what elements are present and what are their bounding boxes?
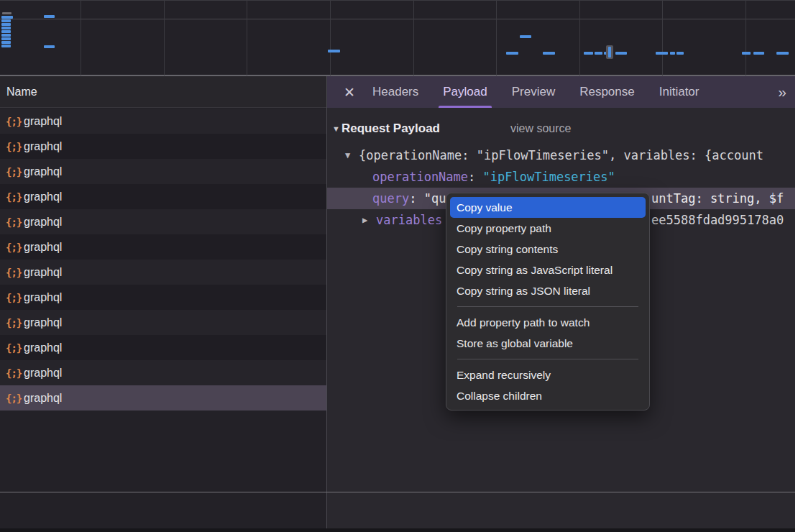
request-row[interactable]: {;}graphql: [0, 159, 326, 184]
footer-divider: [0, 492, 795, 492]
window-bottom-edge: [0, 528, 795, 532]
name-column-label: Name: [6, 86, 37, 98]
key-separator: :: [468, 170, 482, 184]
waterfall-bar: [543, 52, 555, 55]
waterfall-bar: [44, 15, 55, 18]
waterfall-bar: [1, 41, 11, 44]
waterfall-bar: [1, 23, 11, 26]
property-value-continuation: ee5588fdad995178a0: [651, 209, 784, 231]
menu-item-collapse-children[interactable]: Collapse children: [446, 385, 649, 406]
overview-vertical-gridline: [746, 1, 746, 75]
waterfall-bar: [506, 52, 518, 55]
json-braces-icon: {;}: [6, 216, 22, 228]
tab-headers[interactable]: Headers: [368, 76, 423, 108]
waterfall-bar: [742, 52, 751, 55]
context-menu: Copy valueCopy property pathCopy string …: [446, 193, 650, 411]
property-value-continuation: untTag: string, $f: [651, 188, 784, 209]
menu-item-store-as-global-variable[interactable]: Store as global variable: [446, 333, 649, 354]
waterfall-bar: [328, 50, 340, 52]
detail-tabbar: ✕ HeadersPayloadPreviewResponseInitiator…: [327, 76, 795, 108]
request-list-panel: Name {;}graphql{;}graphql{;}graphql{;}gr…: [0, 76, 326, 528]
request-name: graphql: [24, 191, 62, 203]
request-row-selected[interactable]: {;}graphql: [0, 385, 326, 411]
json-braces-icon: {;}: [6, 367, 22, 379]
property-value-start: "qu: [424, 191, 446, 206]
overview-vertical-gridline: [164, 1, 165, 75]
menu-item-copy-value[interactable]: Copy value: [450, 197, 646, 218]
waterfall-bar: [656, 52, 668, 55]
request-name: graphql: [24, 140, 62, 153]
request-name: graphql: [24, 216, 62, 229]
payload-root-preview: {operationName: "ipFlowTimeseries", vari…: [359, 145, 763, 166]
network-overview-timeline[interactable]: [0, 0, 795, 76]
request-name: graphql: [24, 115, 62, 128]
tab-response[interactable]: Response: [575, 76, 639, 108]
json-braces-icon: {;}: [6, 317, 22, 329]
tab-initiator[interactable]: Initiator: [655, 76, 704, 108]
payload-operation-row[interactable]: operationName: "ipFlowTimeseries": [327, 166, 795, 188]
request-row[interactable]: {;}graphql: [0, 310, 326, 335]
devtools-network-panel: Name {;}graphql{;}graphql{;}graphql{;}gr…: [0, 0, 798, 532]
devtools-window: Name {;}graphql{;}graphql{;}graphql{;}gr…: [0, 0, 795, 532]
request-name: graphql: [24, 165, 62, 178]
menu-item-add-property-path-to-watch[interactable]: Add property path to watch: [446, 312, 649, 333]
close-detail-icon[interactable]: ✕: [339, 76, 360, 108]
json-braces-icon: {;}: [6, 342, 22, 354]
request-row[interactable]: {;}graphql: [0, 285, 326, 310]
property-key: operationName: [372, 170, 468, 184]
waterfall-bar: [2, 12, 12, 14]
waterfall-bar: [1, 45, 11, 47]
waterfall-bar: [1, 34, 11, 37]
payload-root-row[interactable]: ▼ {operationName: "ipFlowTimeseries", va…: [327, 145, 795, 166]
request-row[interactable]: {;}graphql: [0, 260, 326, 285]
request-name: graphql: [24, 367, 62, 380]
request-payload-title: Request Payload: [341, 118, 440, 139]
overflow-tabs-icon[interactable]: »: [778, 76, 785, 108]
request-name: graphql: [24, 266, 62, 279]
menu-item-copy-string-as-javascript-literal[interactable]: Copy string as JavaScript literal: [446, 260, 649, 280]
root-disclosure-icon[interactable]: ▼: [345, 145, 350, 166]
request-row[interactable]: {;}graphql: [0, 335, 326, 360]
property-value: "ipFlowTimeseries": [483, 170, 615, 184]
menu-item-copy-string-as-json-literal[interactable]: Copy string as JSON literal: [446, 280, 649, 301]
menu-item-copy-property-path[interactable]: Copy property path: [446, 218, 649, 239]
overview-vertical-gridline: [330, 1, 331, 75]
variables-disclosure-icon[interactable]: ▶: [362, 209, 367, 231]
menu-separator: [457, 359, 638, 359]
json-braces-icon: {;}: [6, 141, 22, 152]
section-disclosure-icon[interactable]: ▼: [332, 118, 340, 139]
menu-item-expand-recursively[interactable]: Expand recursively: [446, 364, 649, 385]
property-key: variables: [376, 209, 442, 231]
request-row[interactable]: {;}graphql: [0, 184, 326, 209]
waterfall-bar: [520, 35, 531, 38]
overview-marker-bar: [608, 47, 611, 58]
tab-payload[interactable]: Payload: [439, 76, 491, 108]
request-row[interactable]: {;}graphql: [0, 234, 326, 260]
request-row[interactable]: {;}graphql: [0, 360, 326, 385]
request-name: graphql: [24, 291, 62, 304]
json-braces-icon: {;}: [6, 116, 22, 127]
overview-vertical-gridline: [579, 1, 580, 75]
key-separator: :: [409, 191, 423, 206]
request-row[interactable]: {;}graphql: [0, 109, 326, 134]
menu-item-copy-string-contents[interactable]: Copy string contents: [446, 239, 649, 260]
json-braces-icon: {;}: [6, 242, 22, 253]
tab-preview[interactable]: Preview: [508, 76, 559, 108]
menu-separator: [457, 306, 638, 307]
waterfall-bar: [677, 52, 684, 55]
name-column-header[interactable]: Name: [0, 76, 326, 108]
waterfall-bar: [584, 52, 593, 55]
request-payload-section: ▼ Request Payload view source: [327, 118, 795, 139]
json-braces-icon: {;}: [6, 191, 22, 203]
property-key: query: [372, 191, 409, 206]
overview-selected-request-marker: [606, 45, 613, 59]
request-name: graphql: [24, 392, 62, 405]
request-row[interactable]: {;}graphql: [0, 209, 326, 234]
waterfall-bar: [1, 37, 11, 40]
json-braces-icon: {;}: [6, 267, 22, 278]
waterfall-bar: [670, 52, 675, 55]
view-source-link[interactable]: view source: [510, 118, 571, 139]
waterfall-bar: [615, 52, 627, 55]
request-row[interactable]: {;}graphql: [0, 134, 326, 159]
overview-vertical-gridline: [662, 1, 663, 75]
